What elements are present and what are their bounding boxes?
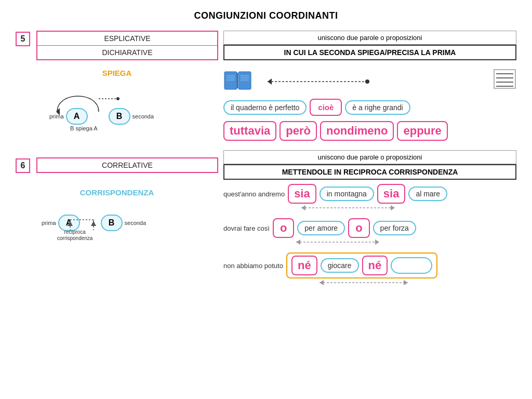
page-title: CONGIUNZIONI COORDINANTI: [16, 10, 516, 21]
corr-ex2-end: per forza: [373, 221, 416, 235]
svg-rect-3: [224, 72, 237, 89]
corr-sia2: sia: [377, 184, 406, 204]
corr-ex1-mid: in montagna: [320, 187, 374, 201]
svg-marker-27: [391, 205, 395, 210]
svg-marker-32: [320, 280, 324, 285]
corr-ex2-text: dovrai fare così: [223, 224, 270, 232]
corr-ne1: né: [291, 256, 317, 275]
corr-o1: o: [273, 218, 294, 238]
lines-icon: [493, 69, 516, 91]
a-oval-spiega: A: [66, 108, 88, 125]
b-oval-spiega: B: [109, 108, 130, 125]
spiega-label: SPIEGA: [16, 69, 218, 77]
section5-desc1: uniscono due parole o proposizioni: [223, 31, 516, 45]
conj-tuttavia: tuttavia: [223, 121, 276, 141]
corr-ex1-end: al mare: [408, 187, 447, 201]
corr-ne2: né: [362, 256, 388, 275]
corr-ex3-mid: giocare: [321, 258, 359, 273]
svg-point-1: [116, 97, 119, 100]
section6-desc1: uniscono due parole o proposizioni: [223, 150, 516, 164]
corr-sia1: sia: [288, 184, 316, 204]
svg-marker-29: [296, 240, 300, 245]
section6-desc2: METTENDOLE IN RECIPROCA CORRISPONDENZA: [223, 164, 516, 180]
conj-nondimeno: nondimeno: [320, 121, 394, 141]
seconda-label-spiega: seconda: [132, 113, 154, 119]
svg-marker-23: [91, 221, 96, 226]
svg-marker-33: [404, 280, 408, 285]
svg-marker-21: [68, 221, 73, 226]
prima-label-spiega: prima: [49, 113, 64, 119]
svg-marker-30: [375, 240, 379, 245]
svg-rect-4: [238, 72, 251, 89]
svg-rect-15: [494, 70, 515, 88]
type-esplicative: ESPLICATIVE: [37, 32, 217, 46]
reciproca-label: reciproca corrispondenza: [57, 229, 92, 242]
section5-number: 5: [16, 32, 30, 46]
ne-group: né giocare né: [286, 252, 437, 278]
conj-pero: però: [280, 121, 317, 141]
corr-ex2-mid: per amore: [297, 221, 345, 235]
section6-number: 6: [16, 158, 30, 173]
svg-marker-26: [301, 205, 305, 210]
section5-desc2: IN CUI LA SECONDA SPIEGA/PRECISA LA PRIM…: [223, 45, 516, 60]
svg-point-13: [365, 79, 369, 84]
book-icon: [223, 69, 252, 95]
svg-marker-14: [268, 78, 272, 85]
corr-ex3-blank: [391, 257, 432, 274]
example1-part1: il quaderno è perfetto: [223, 100, 307, 115]
corr-ex1-text: quest'anno andremo: [223, 190, 285, 198]
corr-o2: o: [348, 218, 369, 238]
corr-ex3-text: non abbiamo potuto: [223, 262, 283, 270]
type-correlative: CORRELATIVE: [37, 158, 217, 172]
corrispondenza-label: CORRISPONDENZA: [16, 188, 218, 197]
example1-part2: è a righe grandi: [345, 100, 410, 115]
b-spiega-a-label: B spiega A: [70, 125, 98, 131]
conj-eppure: eppure: [397, 121, 447, 141]
conj-cioe: cioè: [310, 99, 342, 116]
type-dichiarative: DICHIARATIVE: [37, 46, 217, 59]
